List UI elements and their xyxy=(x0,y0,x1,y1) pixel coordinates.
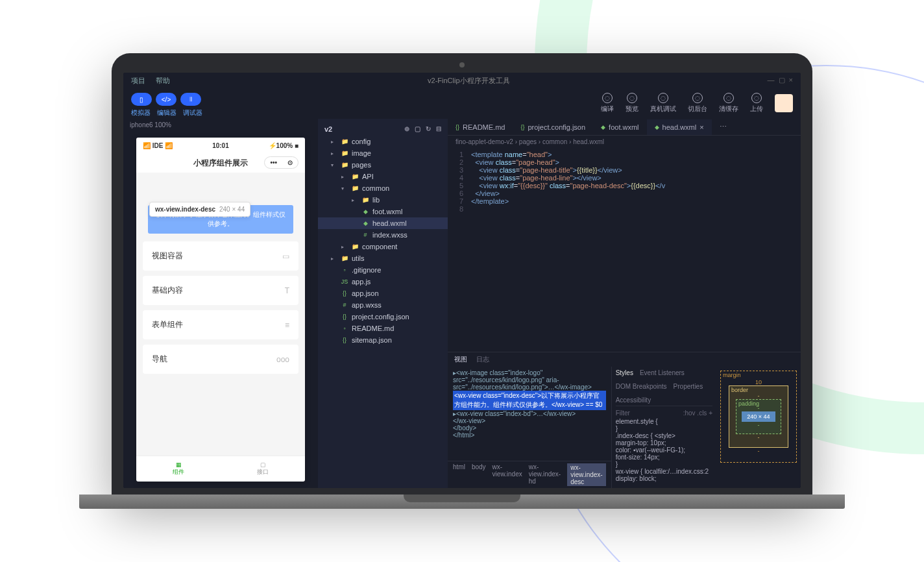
tree-item[interactable]: ▸📁config xyxy=(318,136,448,147)
toolbar-预览[interactable]: ◌预览 xyxy=(626,93,638,114)
page-title: 小程序组件展示 xyxy=(193,158,248,167)
tree-item[interactable]: {}app.json xyxy=(318,287,448,299)
list-item[interactable]: 视图容器▭ xyxy=(143,241,298,271)
minimize-icon[interactable]: — xyxy=(768,76,775,86)
tree-item[interactable]: ▫README.md xyxy=(318,323,448,334)
phone-simulator[interactable]: 📶 IDE 📶 10:01 ⚡100% ■ 小程序组件展示 ••• ⊙ wx-v… xyxy=(136,138,305,482)
list-item[interactable]: 导航ooo xyxy=(143,345,298,374)
tree-item[interactable]: {}project.config.json xyxy=(318,311,448,323)
dom-tree[interactable]: ▸<wx-image class="index-logo" src="../re… xyxy=(448,367,611,461)
toolbar-上传[interactable]: ◌上传 xyxy=(750,93,763,114)
collapse-icon[interactable]: ⊟ xyxy=(436,125,441,133)
devtools-tab-log[interactable]: 日志 xyxy=(476,355,489,364)
tree-item[interactable]: JSapp.js xyxy=(318,276,448,287)
menubar: 项目 帮助 v2-FinClip小程序开发工具 — ▢ × xyxy=(123,73,801,89)
inspect-tooltip: wx-view.index-desc240 × 44 xyxy=(149,202,250,217)
tree-item[interactable]: #index.wxss xyxy=(318,229,448,241)
avatar[interactable] xyxy=(775,94,793,112)
toolbar-编译[interactable]: ◌编译 xyxy=(601,93,614,114)
editor-tabs: {}README.md{}project.config.json◆foot.wx… xyxy=(448,119,801,136)
tree-item[interactable]: ▸📁lib xyxy=(318,194,448,206)
close-icon[interactable]: × xyxy=(789,76,793,86)
tree-item[interactable]: ◆head.wxml xyxy=(318,217,448,229)
tab-api[interactable]: ▢接口 xyxy=(221,456,305,482)
tree-item[interactable]: ◆foot.wxml xyxy=(318,206,448,217)
list-item[interactable]: 基础内容T xyxy=(143,276,298,305)
editor-tab[interactable]: {}project.config.json xyxy=(513,119,593,135)
tree-item[interactable]: ▸📁component xyxy=(318,241,448,252)
box-model: margin 10 border - padding - 240 × 44 - … xyxy=(716,367,801,488)
list-item[interactable]: 表单组件≡ xyxy=(143,310,298,339)
breadcrumb[interactable]: fino-applet-demo-v2 › pages › common › h… xyxy=(448,136,801,148)
editor-toggle[interactable]: </> xyxy=(156,93,176,106)
tree-item[interactable]: ▾📁common xyxy=(318,182,448,194)
close-circle-icon[interactable]: ⊙ xyxy=(282,157,298,168)
editor-tab[interactable]: ◆foot.wxml xyxy=(593,119,646,135)
new-folder-icon[interactable]: ▢ xyxy=(415,125,420,133)
menu-project[interactable]: 项目 xyxy=(131,76,145,86)
debugger-toggle[interactable]: ⫴ xyxy=(180,93,201,106)
menu-help[interactable]: 帮助 xyxy=(156,76,170,86)
simulator-toggle[interactable]: ▯ xyxy=(131,93,152,106)
file-explorer[interactable]: v2 ⊕ ▢ ↻ ⊟ ▸📁config▸📁image▾📁pages▸📁API▾📁… xyxy=(318,119,448,488)
more-icon[interactable]: ••• xyxy=(265,157,282,168)
new-file-icon[interactable]: ⊕ xyxy=(404,125,409,133)
laptop-frame: 项目 帮助 v2-FinClip小程序开发工具 — ▢ × ▯ </> ⫴ 模拟… xyxy=(112,53,812,509)
tree-item[interactable]: {}sitemap.json xyxy=(318,334,448,346)
toolbar-真机调试[interactable]: ◌真机调试 xyxy=(650,93,676,114)
tree-item[interactable]: ▾📁pages xyxy=(318,159,448,171)
css-rules[interactable]: element.style {}.index-desc { <style> ma… xyxy=(616,418,712,482)
devtools-tab-view[interactable]: 视图 xyxy=(454,355,467,364)
devtools-panel: 视图 日志 ▸<wx-image class="index-logo" src=… xyxy=(448,352,801,488)
tab-more-icon[interactable]: ⋯ xyxy=(712,119,735,135)
ide-window: 项目 帮助 v2-FinClip小程序开发工具 — ▢ × ▯ </> ⫴ 模拟… xyxy=(123,73,801,488)
dom-breadcrumb[interactable]: htmlbodywx-view.indexwx-view.index-hdwx-… xyxy=(448,461,611,488)
tree-item[interactable]: ▸📁API xyxy=(318,171,448,182)
tree-item[interactable]: ▸📁utils xyxy=(318,252,448,264)
tab-components[interactable]: ▦组件 xyxy=(136,456,221,482)
refresh-icon[interactable]: ↻ xyxy=(426,125,431,133)
device-label[interactable]: iphone6 100% xyxy=(123,119,318,131)
tree-item[interactable]: #app.wxss xyxy=(318,299,448,311)
code-editor[interactable]: 1<template name="head">2 <view class="pa… xyxy=(448,148,801,352)
toolbar: ▯ </> ⫴ 模拟器 编辑器 调试器 ◌编译◌预览◌真机调试◌切后台◌清缓存◌… xyxy=(123,89,801,119)
tree-item[interactable]: ▫.gitignore xyxy=(318,264,448,276)
maximize-icon[interactable]: ▢ xyxy=(779,76,785,86)
toolbar-清缓存[interactable]: ◌清缓存 xyxy=(719,93,738,114)
editor-tab[interactable]: ◆head.wxml × xyxy=(647,119,712,135)
editor-panel: {}README.md{}project.config.json◆foot.wx… xyxy=(448,119,801,488)
window-title: v2-FinClip小程序开发工具 xyxy=(428,76,510,86)
simulator-panel: iphone6 100% 📶 IDE 📶 10:01 ⚡100% ■ 小程序组件… xyxy=(123,119,318,488)
editor-tab[interactable]: {}README.md xyxy=(448,119,513,135)
toolbar-切后台[interactable]: ◌切后台 xyxy=(688,93,707,114)
tree-item[interactable]: ▸📁image xyxy=(318,147,448,159)
styles-filter[interactable]: Filter xyxy=(616,409,630,417)
